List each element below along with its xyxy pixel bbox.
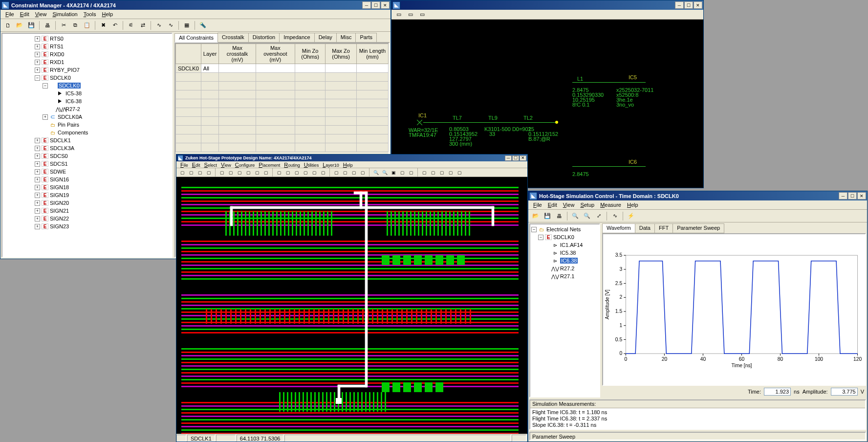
grid-cell[interactable] bbox=[176, 117, 201, 126]
tab-crosstalk[interactable]: Crosstalk bbox=[217, 33, 249, 42]
grid-cell[interactable] bbox=[295, 90, 325, 99]
grid-cell[interactable] bbox=[356, 73, 388, 82]
tool-icon[interactable]: ▢ bbox=[196, 169, 204, 177]
close-button[interactable]: ✕ bbox=[694, 1, 702, 9]
open-icon[interactable]: 📂 bbox=[14, 20, 25, 31]
column-header[interactable]: Max crosstalk (mV) bbox=[219, 44, 256, 64]
menu-file[interactable]: File bbox=[178, 162, 190, 168]
grid-cell[interactable] bbox=[201, 117, 219, 126]
menu-setup[interactable]: Setup bbox=[577, 201, 597, 209]
toggle2-icon[interactable]: ⇄ bbox=[137, 20, 148, 31]
tool-icon[interactable]: ▢ bbox=[447, 169, 455, 177]
tree-item-sign16[interactable]: +ESIGN16 bbox=[3, 176, 171, 183]
grid-cell[interactable] bbox=[219, 99, 256, 108]
grid-cell[interactable] bbox=[256, 117, 295, 126]
tool-icon[interactable]: ▢ bbox=[205, 169, 213, 177]
tree-item-ic5-38[interactable]: IC5-38 bbox=[3, 89, 171, 97]
expander-icon[interactable]: + bbox=[35, 44, 40, 49]
grid-cell[interactable] bbox=[176, 108, 201, 117]
grid-cell[interactable] bbox=[176, 143, 201, 152]
grid-cell[interactable] bbox=[219, 117, 256, 126]
tool-icon[interactable]: ▢ bbox=[227, 169, 235, 177]
tab-misc[interactable]: Misc bbox=[336, 33, 356, 42]
expander-icon[interactable]: + bbox=[35, 60, 40, 65]
grid-cell[interactable] bbox=[176, 82, 201, 90]
grid-cell[interactable] bbox=[295, 126, 325, 134]
expander-icon[interactable]: + bbox=[35, 185, 40, 190]
grid-cell[interactable] bbox=[326, 99, 357, 108]
run-icon[interactable]: ⚡ bbox=[626, 211, 636, 221]
tree-item-sign20[interactable]: +ESIGN20 bbox=[3, 199, 171, 207]
tree-item-sign21[interactable]: +ESIGN21 bbox=[3, 207, 171, 215]
tab-impedance[interactable]: Impedance bbox=[279, 33, 314, 42]
wave-icon[interactable]: ∿ bbox=[153, 20, 164, 31]
grid-cell[interactable] bbox=[201, 108, 219, 117]
paste-icon[interactable]: 📋 bbox=[82, 20, 92, 31]
grid-cell[interactable] bbox=[326, 73, 357, 82]
grid-cell[interactable] bbox=[256, 143, 295, 152]
grid-cell[interactable] bbox=[295, 134, 325, 143]
grid-cell[interactable] bbox=[201, 73, 219, 82]
tool-icon[interactable]: ▢ bbox=[332, 169, 340, 177]
tree-item-sdclk0a[interactable]: +SDCLK0A bbox=[3, 113, 171, 121]
expander-icon[interactable]: + bbox=[35, 154, 40, 159]
grid-cell[interactable] bbox=[219, 108, 256, 117]
grid-cell[interactable] bbox=[201, 143, 219, 152]
wave2-icon[interactable]: ∿ bbox=[165, 20, 176, 31]
save-icon[interactable]: 💾 bbox=[26, 20, 37, 31]
menu-select[interactable]: Select bbox=[202, 162, 219, 168]
column-header[interactable]: Layer bbox=[201, 44, 219, 64]
run-icon[interactable]: ▦ bbox=[181, 20, 192, 31]
tool-icon[interactable]: ▢ bbox=[236, 169, 243, 177]
save-icon[interactable]: 💾 bbox=[542, 211, 553, 221]
grid-cell[interactable] bbox=[176, 73, 201, 82]
grid-cell[interactable] bbox=[219, 82, 256, 90]
minimize-button[interactable]: ─ bbox=[362, 1, 371, 9]
grid-cell[interactable] bbox=[256, 99, 295, 108]
menu-edit[interactable]: Edit bbox=[17, 10, 32, 18]
tree-item-pin pairs[interactable]: 🗀Pin Pairs bbox=[3, 121, 171, 129]
grid-cell[interactable] bbox=[176, 126, 201, 134]
pcb-titlebar[interactable]: ◣ Zuken Hot-Stage Prototype Design Name:… bbox=[176, 155, 527, 161]
grid-cell[interactable] bbox=[256, 108, 295, 117]
tool-icon[interactable]: ▢ bbox=[178, 169, 186, 177]
menu-simulation[interactable]: Simulation bbox=[49, 10, 80, 18]
parameter-sweep-panel[interactable]: Parameter Sweep bbox=[529, 432, 866, 441]
tree-item-sdcs1[interactable]: +ESDCS1 bbox=[3, 160, 171, 168]
expander-icon[interactable]: + bbox=[35, 208, 40, 214]
grid-cell[interactable]: SDCLK0 bbox=[176, 64, 201, 73]
maximize-button[interactable]: ☐ bbox=[684, 1, 693, 9]
grid-cell[interactable] bbox=[295, 99, 325, 108]
grid-cell[interactable] bbox=[326, 134, 357, 143]
tree-item-sdclk0[interactable]: −SDCLK0 bbox=[3, 82, 171, 89]
tool-icon[interactable]: ▢ bbox=[262, 169, 270, 177]
minimize-button[interactable]: ─ bbox=[675, 1, 684, 9]
menu-file[interactable]: File bbox=[2, 10, 17, 18]
tool-icon[interactable]: ▢ bbox=[438, 169, 446, 177]
sim-tree-pin-R27-2[interactable]: ⋀⋁R27.2 bbox=[531, 265, 598, 272]
print-icon[interactable]: 🖶 bbox=[554, 211, 564, 221]
expander-icon[interactable]: + bbox=[35, 161, 40, 167]
zoom-fit-icon[interactable]: ▣ bbox=[390, 169, 397, 177]
column-header[interactable]: Max overshoot (mV) bbox=[256, 44, 295, 64]
zoom-out-icon[interactable]: 🔍 bbox=[582, 211, 592, 221]
menu-help[interactable]: Help bbox=[341, 162, 355, 168]
tree-item-sdclk3a[interactable]: +ESDCLK3A bbox=[3, 144, 171, 152]
tab-distortion[interactable]: Distortion bbox=[248, 33, 280, 42]
column-header[interactable]: Min Zo (Ohms) bbox=[295, 44, 325, 64]
tree-item-sign18[interactable]: +ESIGN18 bbox=[3, 183, 171, 191]
search-icon[interactable]: 🔦 bbox=[197, 20, 208, 31]
expander-icon[interactable]: + bbox=[43, 114, 48, 120]
menu-view[interactable]: View bbox=[32, 10, 50, 18]
tree-item-ryby_pio7[interactable]: +ERYBY_PIO7 bbox=[3, 66, 171, 74]
grid-cell[interactable] bbox=[356, 64, 388, 73]
expander-icon[interactable]: + bbox=[35, 216, 40, 221]
grid-cell[interactable] bbox=[295, 143, 325, 152]
grid-cell[interactable] bbox=[219, 90, 256, 99]
grid-cell[interactable] bbox=[295, 108, 325, 117]
tab-parameter-sweep[interactable]: Parameter Sweep bbox=[673, 223, 724, 233]
maximize-button[interactable]: ☐ bbox=[512, 155, 519, 161]
amplitude-value-field[interactable] bbox=[831, 388, 858, 396]
tree-item-r27-2[interactable]: ⋀⋁⋀R27-2 bbox=[3, 105, 171, 113]
tool-icon[interactable]: ▢ bbox=[187, 169, 195, 177]
